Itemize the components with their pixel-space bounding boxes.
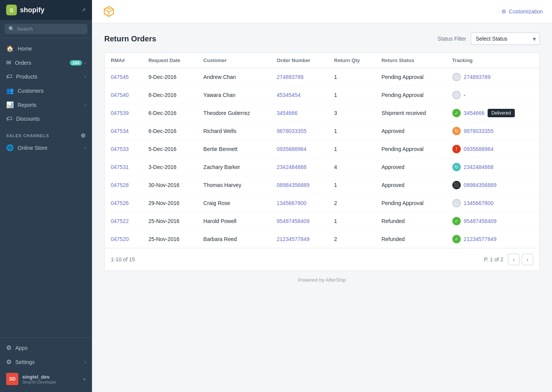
online-store-chevron-icon: › <box>84 146 86 150</box>
rma-link[interactable]: 047531 <box>111 164 129 170</box>
table-row: 047545 9-Dec-2016 Andrew Chan 274893789 … <box>105 68 539 86</box>
tracking-link[interactable]: 21234577849 <box>464 236 497 242</box>
app-icon-box <box>101 4 117 19</box>
settings-chevron-icon: › <box>84 360 86 364</box>
rma-link[interactable]: 047520 <box>111 236 129 242</box>
return-status-cell: Pending Approval <box>375 194 446 212</box>
date-cell: 6-Dec-2016 <box>142 122 197 140</box>
sidebar-item-orders[interactable]: ✉ Orders 200 › <box>0 56 92 70</box>
sidebar-item-online-store[interactable]: 🌐 Online Store › <box>0 141 92 155</box>
external-link-icon[interactable]: ↗ <box>81 7 86 13</box>
return-status-cell: Refunded <box>375 212 446 230</box>
order-number-cell: 3454666 <box>271 104 328 122</box>
status-filter-select[interactable]: Select Status Pending Approval Approved … <box>471 33 540 45</box>
customer-cell: Zachary Barker <box>197 158 271 176</box>
rma-link[interactable]: 047528 <box>111 182 129 188</box>
shopify-wordmark: shopify <box>20 6 44 14</box>
aftership-icon <box>102 4 116 19</box>
sidebar-item-label: Settings <box>15 359 35 365</box>
orders-table-card: RMA# Request Date Customer Order Number … <box>104 52 540 271</box>
tracking-status-icon: ↻ <box>452 163 461 171</box>
sidebar-item-label: Discounts <box>16 116 39 122</box>
sidebar-item-customers[interactable]: 👥 Customers <box>0 84 92 98</box>
order-number-cell: 21234577849 <box>271 230 328 248</box>
rma-cell: 047540 <box>105 86 142 104</box>
rma-cell: 047534 <box>105 122 142 140</box>
user-profile[interactable]: SD singtel_dev SingTel Developer ∨ <box>0 369 92 389</box>
sidebar-item-home[interactable]: 🏠 Home <box>0 41 92 56</box>
customer-cell: Harold Powell <box>197 212 271 230</box>
discounts-icon: 🏷 <box>6 115 12 122</box>
order-number-link[interactable]: 21234577849 <box>277 236 310 242</box>
sidebar-nav: 🏠 Home ✉ Orders 200 › 🏷 Products › 👥 <box>0 38 92 337</box>
customer-cell: Barbara Reed <box>197 230 271 248</box>
order-number-link[interactable]: 08984356889 <box>277 182 310 188</box>
table-row: 047534 6-Dec-2016 Richard Wells 98780333… <box>105 122 539 140</box>
date-cell: 25-Nov-2016 <box>142 212 197 230</box>
order-number-link[interactable]: 9878033355 <box>277 128 307 134</box>
rma-link[interactable]: 047545 <box>111 74 129 80</box>
search-input[interactable] <box>17 26 84 32</box>
tracking-link[interactable]: 3454666 <box>464 110 485 116</box>
tracking-status-icon: ↻ <box>452 127 461 135</box>
rma-cell: 047545 <box>105 68 142 86</box>
rma-link[interactable]: 047539 <box>111 110 129 116</box>
tracking-status-icon: ! <box>452 145 461 153</box>
sidebar-item-apps[interactable]: ⚙ Apps <box>0 341 92 355</box>
customer-cell: Yawara Chan <box>197 86 271 104</box>
rma-link[interactable]: 047540 <box>111 92 129 98</box>
return-status-cell: Pending Approval <box>375 140 446 158</box>
rma-link[interactable]: 047534 <box>111 128 129 134</box>
sidebar-item-reports[interactable]: 📊 Reports › <box>0 98 92 112</box>
rma-cell: 047526 <box>105 194 142 212</box>
orders-badge: 200 <box>70 60 82 66</box>
tracking-link[interactable]: 9878033355 <box>464 128 494 134</box>
order-number-link[interactable]: 95487458409 <box>277 218 310 224</box>
tracking-link[interactable]: 2342484868 <box>464 164 494 170</box>
page-header: Return Orders Status Filter Select Statu… <box>104 33 540 45</box>
sidebar-item-label: Reports <box>18 102 36 108</box>
order-number-link[interactable]: 2342484868 <box>277 164 307 170</box>
content-area: Return Orders Status Filter Select Statu… <box>92 23 552 392</box>
next-page-button[interactable]: › <box>522 254 533 265</box>
qty-cell: 2 <box>328 194 376 212</box>
rma-link[interactable]: 047526 <box>111 200 129 206</box>
order-number-cell: 0935688964 <box>271 140 328 158</box>
order-number-cell: 95487458409 <box>271 212 328 230</box>
tracking-link[interactable]: 1345667800 <box>464 200 494 206</box>
reports-chevron-icon: › <box>84 103 86 107</box>
order-number-link[interactable]: 3454666 <box>277 110 298 116</box>
order-number-cell: 2342484868 <box>271 158 328 176</box>
qty-cell: 1 <box>328 122 376 140</box>
pagination-bar: 1-10 of 15 P. 1 of 2 ‹ › <box>105 248 539 271</box>
sidebar-item-settings[interactable]: ⚙ Settings › <box>0 355 92 369</box>
order-number-link[interactable]: 0935688964 <box>277 146 307 152</box>
return-status-cell: Pending Approval <box>375 68 446 86</box>
rma-link[interactable]: 047533 <box>111 146 129 152</box>
reports-icon: 📊 <box>6 101 14 108</box>
customization-link[interactable]: ⚙ Customization <box>501 8 543 15</box>
tracking-link[interactable]: 08984356889 <box>464 182 497 188</box>
sidebar-item-discounts[interactable]: 🏷 Discounts <box>0 112 92 126</box>
order-number-link[interactable]: 45345454 <box>277 92 301 98</box>
tracking-link[interactable]: 274893789 <box>464 74 491 80</box>
products-chevron-icon: › <box>84 74 86 79</box>
order-number-link[interactable]: 274893789 <box>277 74 304 80</box>
rma-link[interactable]: 047522 <box>111 218 129 224</box>
order-number-link[interactable]: 1345667800 <box>277 200 307 206</box>
search-box[interactable]: 🔍 <box>5 24 87 34</box>
tracking-link[interactable]: 0935688964 <box>464 146 494 152</box>
date-cell: 3-Dec-2016 <box>142 158 197 176</box>
pagination-controls: P. 1 of 2 ‹ › <box>484 254 533 265</box>
sidebar-item-label: Home <box>18 46 32 52</box>
customization-label: Customization <box>509 8 543 15</box>
prev-page-button[interactable]: ‹ <box>508 254 519 265</box>
tracking-link[interactable]: 95487458409 <box>464 218 497 224</box>
date-cell: 30-Nov-2016 <box>142 176 197 194</box>
add-sales-channel-icon[interactable]: ⊕ <box>80 132 86 139</box>
tracking-cell: ! 0935688964 <box>446 140 539 158</box>
tracking-cell: ↻ 9878033355 <box>446 122 539 140</box>
rma-cell: 047520 <box>105 230 142 248</box>
tracking-cell: 274893789 <box>446 68 539 86</box>
sidebar-item-products[interactable]: 🏷 Products › <box>0 70 92 84</box>
